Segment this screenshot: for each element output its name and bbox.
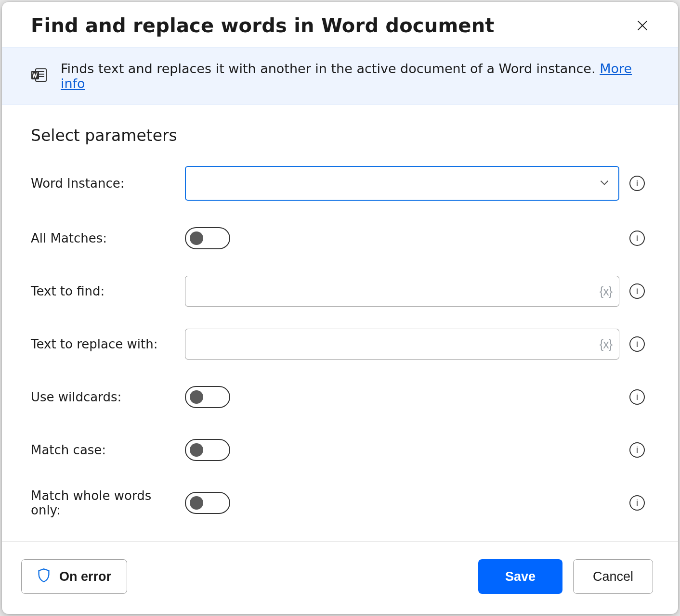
- match-whole-words-toggle[interactable]: [185, 492, 230, 514]
- variable-picker-icon[interactable]: {x}: [598, 284, 614, 298]
- text-to-find-label: Text to find:: [31, 284, 185, 298]
- info-icon[interactable]: i: [629, 231, 645, 246]
- info-icon[interactable]: i: [629, 283, 645, 299]
- word-instance-label: Word Instance:: [31, 176, 185, 191]
- section-title: Select parameters: [31, 126, 649, 145]
- info-icon[interactable]: i: [629, 495, 645, 511]
- match-case-toggle[interactable]: [185, 439, 230, 461]
- text-to-replace-field: {x}: [185, 329, 619, 359]
- info-text: Finds text and replaces it with another …: [61, 61, 649, 91]
- param-row-all-matches: All Matches: i: [31, 223, 649, 254]
- on-error-label: On error: [59, 569, 111, 584]
- close-icon: [636, 26, 649, 34]
- save-button[interactable]: Save: [478, 559, 562, 594]
- match-case-label: Match case:: [31, 443, 185, 457]
- cancel-button[interactable]: Cancel: [573, 559, 653, 594]
- on-error-button[interactable]: On error: [21, 559, 127, 594]
- use-wildcards-toggle[interactable]: [185, 386, 230, 408]
- info-banner: Finds text and replaces it with another …: [2, 47, 678, 105]
- param-row-text-to-find: Text to find: {x} i: [31, 276, 649, 307]
- word-app-icon: [31, 68, 47, 84]
- dialog-header: Find and replace words in Word document: [2, 2, 678, 47]
- param-row-match-whole-words: Match whole words only: i: [31, 488, 649, 518]
- dialog-title: Find and replace words in Word document: [31, 14, 495, 37]
- info-icon[interactable]: i: [629, 176, 645, 191]
- match-whole-words-label: Match whole words only:: [31, 488, 185, 517]
- all-matches-label: All Matches:: [31, 231, 185, 245]
- text-to-find-input[interactable]: [192, 284, 598, 298]
- variable-picker-icon[interactable]: {x}: [598, 337, 614, 351]
- chevron-down-icon: [598, 176, 611, 191]
- param-row-use-wildcards: Use wildcards: i: [31, 382, 649, 412]
- text-to-find-field: {x}: [185, 276, 619, 307]
- dialog-footer: On error Save Cancel: [2, 541, 678, 614]
- param-row-text-to-replace: Text to replace with: {x} i: [31, 329, 649, 359]
- param-row-word-instance: Word Instance: i: [31, 166, 649, 201]
- close-button[interactable]: [632, 15, 653, 36]
- info-description: Finds text and replaces it with another …: [61, 61, 600, 76]
- use-wildcards-label: Use wildcards:: [31, 390, 185, 404]
- info-icon[interactable]: i: [629, 442, 645, 458]
- text-to-replace-label: Text to replace with:: [31, 337, 185, 351]
- dialog-body: Select parameters Word Instance: i All: [2, 105, 678, 541]
- all-matches-toggle[interactable]: [185, 227, 230, 249]
- param-row-match-case: Match case: i: [31, 435, 649, 465]
- text-to-replace-input[interactable]: [192, 337, 598, 351]
- info-icon[interactable]: i: [629, 389, 645, 405]
- word-instance-select[interactable]: [185, 166, 619, 201]
- dialog-panel: Find and replace words in Word document: [2, 2, 678, 614]
- shield-icon: [37, 568, 51, 586]
- footer-actions: Save Cancel: [478, 559, 653, 594]
- info-icon[interactable]: i: [629, 336, 645, 352]
